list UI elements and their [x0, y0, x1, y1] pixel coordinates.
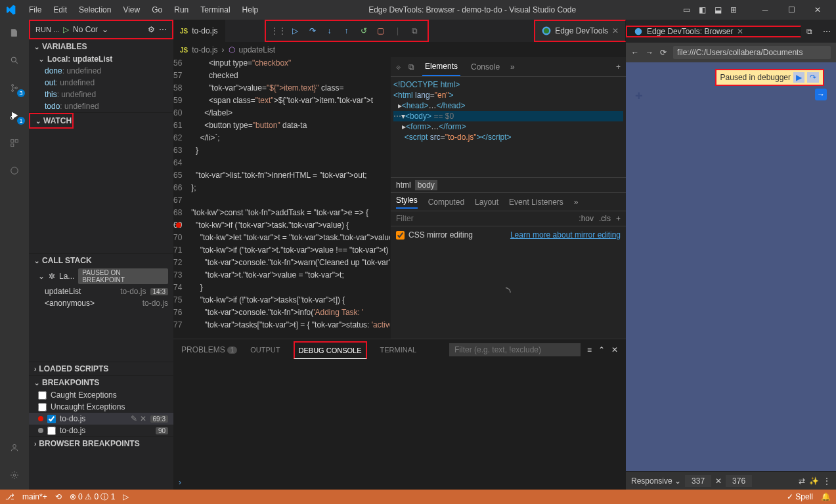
- step-button[interactable]: ↷: [807, 72, 819, 83]
- browser-breakpoints-header[interactable]: ›BROWSER BREAKPOINTS: [29, 437, 173, 450]
- gutter[interactable]: 5657585960616263646566676869707172737475…: [173, 57, 191, 339]
- breakpoints-header[interactable]: ⌄BREAKPOINTS: [29, 376, 173, 389]
- add-tab-icon[interactable]: +: [616, 62, 621, 72]
- resume-button[interactable]: ▶: [793, 72, 804, 83]
- debug-config-name[interactable]: No Cor: [73, 25, 98, 34]
- settings-icon[interactable]: [7, 467, 22, 483]
- callstack-frame[interactable]: updateList to-do.js 14:3: [29, 285, 173, 297]
- debug-console-filter[interactable]: [449, 343, 581, 356]
- layout-tab[interactable]: Layout: [475, 198, 498, 207]
- output-tab[interactable]: OUTPUT: [250, 342, 280, 358]
- problems-tab[interactable]: PROBLEMS 1: [181, 341, 237, 358]
- collapse-icon[interactable]: ⌃: [598, 345, 605, 354]
- menu-run[interactable]: Run: [169, 3, 194, 17]
- hov-toggle[interactable]: :hov: [579, 214, 594, 223]
- debug-console-tab[interactable]: DEBUG CONSOLE: [294, 341, 367, 359]
- more-icon[interactable]: ⋯: [159, 25, 167, 34]
- height-input[interactable]: [726, 475, 752, 487]
- more-tabs-icon[interactable]: »: [510, 62, 515, 72]
- remove-icon[interactable]: ✕: [140, 414, 146, 423]
- browser-tab[interactable]: Edge DevTools: Browser ✕: [626, 26, 801, 37]
- close-button[interactable]: ✕: [804, 3, 831, 17]
- new-rule-icon[interactable]: +: [616, 214, 621, 223]
- start-debug-button[interactable]: ▷: [63, 25, 69, 34]
- event-listeners-tab[interactable]: Event Listeners: [509, 198, 563, 207]
- menu-file[interactable]: File: [24, 3, 47, 17]
- caught-exceptions-checkbox[interactable]: Caught Exceptions: [29, 389, 173, 401]
- console-tab[interactable]: Console: [468, 58, 502, 75]
- breakpoint-item[interactable]: to-do.js ✎✕ 69:3: [29, 413, 173, 425]
- restart-button[interactable]: ↺: [358, 25, 370, 37]
- styles-tab[interactable]: Styles: [396, 196, 418, 209]
- menu-terminal[interactable]: Terminal: [195, 3, 235, 17]
- run-debug-icon[interactable]: 1: [7, 108, 22, 123]
- forward-button[interactable]: →: [646, 48, 653, 57]
- editor-tab-todo[interactable]: JS to-do.js: [173, 20, 225, 42]
- code-editor[interactable]: 5657585960616263646566676869707172737475…: [173, 57, 390, 339]
- dom-breadcrumb[interactable]: html body: [391, 177, 626, 192]
- menu-view[interactable]: View: [118, 3, 145, 17]
- watch-header[interactable]: ⌄WATCH: [29, 113, 74, 129]
- layout-panel-icon[interactable]: ▭: [681, 5, 692, 15]
- drag-handle-icon[interactable]: ⋮⋮: [273, 25, 284, 37]
- layout-sidebar-icon[interactable]: ◧: [697, 5, 707, 15]
- add-button[interactable]: +: [635, 89, 643, 104]
- variables-scope[interactable]: ⌄Local: updateList: [29, 53, 173, 65]
- remote-icon[interactable]: ⎇: [5, 492, 14, 501]
- stop-button[interactable]: ▢: [375, 25, 387, 37]
- more-icon[interactable]: »: [574, 198, 579, 207]
- width-input[interactable]: [685, 475, 711, 487]
- select-element-icon[interactable]: ⟐: [396, 62, 401, 72]
- callstack-header[interactable]: ⌄CALL STACK: [29, 254, 173, 267]
- breadcrumb[interactable]: JS to-do.js › ⬡ updateList: [173, 43, 626, 57]
- debug-indicator[interactable]: ▷: [123, 492, 129, 501]
- step-into-button[interactable]: ↓: [324, 25, 336, 37]
- explorer-icon[interactable]: [7, 25, 22, 41]
- search-icon[interactable]: [7, 52, 22, 68]
- menu-edit[interactable]: Edit: [48, 3, 72, 17]
- dom-tree[interactable]: <!DOCTYPE html> <html lang="en"> ▸<head>…: [391, 77, 626, 177]
- sync-icon[interactable]: ⟲: [55, 492, 62, 501]
- branch-name[interactable]: main*+: [22, 492, 47, 501]
- variables-header[interactable]: ⌄VARIABLES: [29, 40, 173, 53]
- split-editor-icon[interactable]: ⧉: [801, 27, 818, 36]
- layout-grid-icon[interactable]: ⊞: [728, 5, 739, 15]
- errors-count[interactable]: ⊗ 0 ⚠ 0 ⓘ 1: [70, 492, 116, 503]
- edge-icon[interactable]: [7, 163, 22, 178]
- notifications-icon[interactable]: 🔔: [821, 492, 831, 501]
- continue-button[interactable]: ▷: [290, 25, 301, 37]
- submit-button[interactable]: →: [815, 89, 827, 100]
- device-toggle-icon[interactable]: ⧉: [408, 62, 414, 72]
- config-dropdown-icon[interactable]: ⌄: [102, 25, 108, 34]
- computed-tab[interactable]: Computed: [428, 198, 464, 207]
- breakpoint-item[interactable]: to-do.js 90: [29, 425, 173, 436]
- mirror-link[interactable]: Learn more about mirror editing: [510, 230, 621, 240]
- terminal-tab[interactable]: TERMINAL: [380, 342, 417, 358]
- callstack-frame[interactable]: <anonymous> to-do.js: [29, 297, 173, 309]
- url-input[interactable]: [673, 46, 831, 59]
- close-panel-icon[interactable]: ✕: [611, 345, 618, 354]
- uncaught-exceptions-checkbox[interactable]: Uncaught Exceptions: [29, 401, 173, 413]
- rotate-icon[interactable]: ⇄: [799, 476, 805, 486]
- more-icon[interactable]: ⋮: [823, 476, 831, 486]
- callstack-thread[interactable]: ⌄✲La... PAUSED ON BREAKPOINT: [29, 267, 173, 285]
- loaded-scripts-header[interactable]: ›LOADED SCRIPTS: [29, 362, 173, 375]
- filter-icon[interactable]: ≡: [587, 345, 592, 354]
- close-icon[interactable]: ✕: [737, 27, 743, 36]
- close-icon[interactable]: ✕: [612, 26, 619, 35]
- elements-tab[interactable]: Elements: [422, 58, 460, 76]
- devtools-tab[interactable]: Edge DevTools ✕: [534, 20, 626, 42]
- gear-icon[interactable]: ⚙: [148, 25, 155, 34]
- extensions-icon[interactable]: [7, 135, 22, 151]
- reload-button[interactable]: ⟳: [660, 48, 667, 57]
- back-button[interactable]: ←: [631, 48, 639, 57]
- step-out-button[interactable]: ↑: [341, 25, 353, 37]
- wand-icon[interactable]: ✨: [809, 476, 819, 486]
- styles-filter-input[interactable]: [396, 214, 573, 223]
- step-over-button[interactable]: ↷: [307, 25, 319, 37]
- minimize-button[interactable]: ─: [752, 3, 778, 17]
- inspect-button[interactable]: ⧉: [409, 25, 421, 37]
- more-icon[interactable]: ⋯: [818, 27, 836, 36]
- menu-help[interactable]: Help: [237, 3, 264, 17]
- mirror-checkbox[interactable]: [396, 231, 405, 240]
